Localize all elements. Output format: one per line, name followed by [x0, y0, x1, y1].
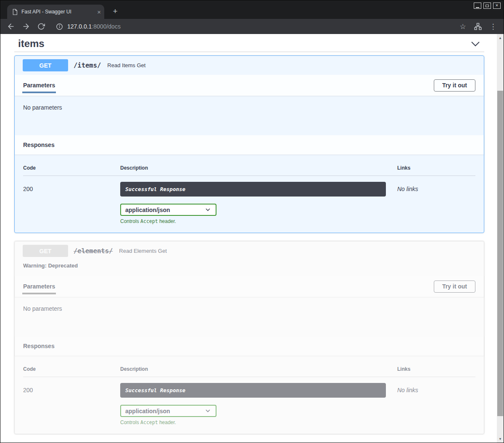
- scroll-up-icon[interactable]: ▲: [497, 34, 504, 41]
- response-description-cell: Successful Response application/json Con…: [120, 383, 397, 425]
- no-parameters-text: No parameters: [23, 305, 62, 312]
- parameters-tab: Parameters: [23, 283, 55, 290]
- media-type-value: application/json: [125, 408, 170, 414]
- responses-header: Responses: [15, 336, 484, 356]
- new-tab-button[interactable]: +: [110, 6, 121, 17]
- parameters-tab: Parameters: [23, 82, 55, 89]
- responses-title: Responses: [23, 142, 55, 148]
- reload-icon: [37, 23, 45, 30]
- window-controls: ✕: [474, 3, 501, 9]
- swagger-ui: items GET /items/ Read Items Get Paramet…: [0, 34, 497, 443]
- deprecated-content: GET /elements/ Read Elements Get Warning…: [15, 241, 484, 434]
- back-button[interactable]: [5, 21, 17, 32]
- sitemap-icon: [474, 22, 482, 31]
- media-type-select[interactable]: application/json: [120, 204, 216, 216]
- responses-table: Code Description Links 200 Successful Re…: [15, 356, 484, 434]
- accept-note-suffix: header.: [158, 419, 176, 425]
- description-column-header: Description: [120, 165, 397, 171]
- method-badge: GET: [23, 59, 68, 71]
- parameters-header: Parameters Try it out: [15, 75, 484, 96]
- select-chevron-icon: [206, 208, 210, 211]
- forward-arrow-icon: [22, 22, 30, 31]
- response-row: 200 Successful Response application/json…: [23, 377, 475, 425]
- accept-note-prefix: Controls: [120, 218, 140, 224]
- collapse-chevron-icon[interactable]: [471, 41, 480, 47]
- response-code: 200: [23, 182, 120, 224]
- responses-table-header: Code Description Links: [23, 163, 475, 176]
- no-links-text: No links: [397, 182, 475, 224]
- response-description-box: Successful Response: [120, 383, 386, 398]
- accept-header-note: Controls Accept header.: [120, 218, 397, 224]
- media-type-select[interactable]: application/json: [120, 405, 216, 417]
- maximize-button[interactable]: [483, 3, 491, 9]
- browser-window: Fast API - Swagger UI × + ✕ 127.0.0.1:80…: [0, 0, 504, 443]
- responses-header: Responses: [15, 135, 484, 155]
- response-row: 200 Successful Response application/json…: [23, 176, 475, 224]
- opblock-get-items: GET /items/ Read Items Get Parameters Tr…: [14, 55, 484, 233]
- parameters-header: Parameters Try it out: [15, 276, 484, 297]
- close-icon: ✕: [495, 4, 499, 8]
- select-chevron-icon: [206, 409, 210, 412]
- tab-groups-icon[interactable]: [472, 21, 484, 32]
- parameters-body: No parameters: [15, 297, 484, 336]
- browser-toolbar: 127.0.0.1:8000/docs ☆ ⋮: [0, 19, 504, 34]
- scrollbar-track[interactable]: ▲ ▼: [497, 34, 504, 443]
- browser-tab[interactable]: Fast API - Swagger UI ×: [7, 5, 104, 19]
- response-description-cell: Successful Response application/json Con…: [120, 182, 397, 224]
- accept-code: Accept: [140, 218, 158, 224]
- operation-summary[interactable]: GET /elements/ Read Elements Get: [15, 241, 484, 260]
- tag-title: items: [18, 38, 45, 50]
- url-host: 127.0.0.1: [67, 23, 92, 30]
- minimize-button[interactable]: [474, 3, 481, 9]
- opblock-get-elements: GET /elements/ Read Elements Get Warning…: [14, 241, 484, 434]
- links-column-header: Links: [397, 165, 475, 171]
- bookmark-star-icon[interactable]: ☆: [457, 21, 469, 32]
- site-info-icon[interactable]: [56, 23, 63, 30]
- accept-code: Accept: [140, 419, 158, 425]
- tag-section-header[interactable]: items: [14, 34, 484, 52]
- maximize-icon: [486, 5, 489, 7]
- close-window-button[interactable]: ✕: [493, 3, 501, 9]
- responses-table-header: Code Description Links: [23, 364, 475, 377]
- forward-button[interactable]: [20, 21, 32, 32]
- minimize-icon: [476, 7, 479, 8]
- media-type-row: application/json Controls Accept header.: [120, 405, 397, 425]
- document-icon: [12, 9, 18, 15]
- no-parameters-text: No parameters: [23, 104, 62, 111]
- tab-title: Fast API - Swagger UI: [21, 9, 93, 15]
- try-it-out-button[interactable]: Try it out: [434, 280, 475, 293]
- responses-title: Responses: [23, 343, 55, 349]
- address-bar[interactable]: 127.0.0.1:8000/docs: [52, 21, 452, 32]
- no-links-text: No links: [397, 383, 475, 425]
- operation-summary-text: Read Elements Get: [119, 248, 166, 254]
- operation-summary-text: Read Items Get: [107, 62, 145, 68]
- response-description-box: Successful Response: [120, 182, 386, 197]
- operation-summary[interactable]: GET /items/ Read Items Get: [15, 56, 484, 75]
- media-type-value: application/json: [125, 207, 170, 213]
- scrollbar-thumb[interactable]: [497, 91, 503, 416]
- method-badge: GET: [23, 245, 68, 257]
- scroll-down-icon[interactable]: ▼: [497, 435, 504, 442]
- responses-table: Code Description Links 200 Successful Re…: [15, 155, 484, 233]
- try-it-out-button[interactable]: Try it out: [434, 79, 475, 92]
- deprecated-warning: Warning: Deprecated: [15, 260, 484, 276]
- operation-path: /elements/: [74, 247, 113, 255]
- window-titlebar: Fast API - Swagger UI × + ✕: [0, 0, 504, 19]
- code-column-header: Code: [23, 366, 120, 372]
- page-content: items GET /items/ Read Items Get Paramet…: [0, 34, 504, 443]
- code-column-header: Code: [23, 165, 120, 171]
- accept-note-prefix: Controls: [120, 419, 140, 425]
- media-type-row: application/json Controls Accept header.: [120, 204, 397, 224]
- back-arrow-icon: [7, 22, 15, 31]
- accept-header-note: Controls Accept header.: [120, 419, 397, 425]
- parameters-body: No parameters: [15, 96, 484, 135]
- operation-path: /items/: [74, 62, 101, 69]
- links-column-header: Links: [397, 366, 475, 372]
- tab-close-icon[interactable]: ×: [97, 9, 101, 15]
- response-code: 200: [23, 383, 120, 425]
- description-column-header: Description: [120, 366, 397, 372]
- url-text: 127.0.0.1:8000/docs: [67, 23, 121, 30]
- browser-menu-icon[interactable]: ⋮: [487, 21, 499, 32]
- reload-button[interactable]: [35, 21, 47, 32]
- url-path: :8000/docs: [92, 23, 121, 30]
